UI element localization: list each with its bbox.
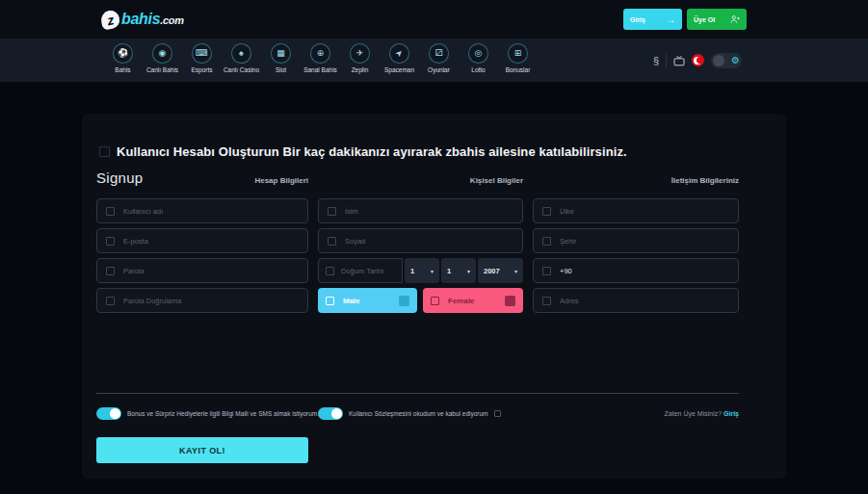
turkish-flag-icon[interactable] [692,54,704,66]
divider [666,54,667,67]
terms-consent-label: Kullanıcı Sözleşmesini okudum ve kabul e… [349,410,488,417]
zeppelin-icon: ✈ [350,43,370,64]
phone-field-wrap [533,258,739,283]
terms-consent: Kullanıcı Sözleşmesini okudum ve kabul e… [318,407,523,420]
chevron-down-icon: ▾ [431,268,434,274]
already-member-text: Zaten Üye Misiniz? Giriş [533,410,739,417]
location-icon [542,297,551,305]
login-button[interactable]: Giriş → [623,9,682,30]
gender-male-button[interactable]: Male [318,288,417,313]
submit-register-button[interactable]: KAYIT OL! [96,437,308,463]
tv-icon[interactable] [673,55,685,66]
female-badge-icon [505,296,515,306]
heading-checkbox-icon [99,146,110,157]
checkbox-icon [326,297,334,305]
section-header-personal: Kişisel Bilgiler [318,176,523,185]
marketing-consent: Bonus ve Sürpriz Hediyelerle ilgili Bilg… [96,407,308,420]
gear-icon: ⚙ [731,56,740,65]
lastname-field-wrap [318,228,523,253]
phone-icon [542,267,551,275]
password-input[interactable] [123,267,299,275]
firstname-field-wrap [318,198,523,223]
signup-form: Doğum Tarihi 1 ▾ 1 ▾ 2007 ▾ [96,198,739,313]
password-confirm-input[interactable] [123,297,299,305]
logo[interactable]: z bahis.com [101,11,184,29]
country-field-wrap [533,198,739,223]
lock-icon [106,297,115,305]
support-icon[interactable]: § [653,55,659,66]
section-header-account: Hesap Bilgileri [254,176,308,185]
birthdate-label: Doğum Tarihi [341,267,383,275]
main-navigation: ⚽ Bahis ◉ Canlı Bahis ⌨ Esports ♠ Canlı … [0,39,868,82]
firstname-input[interactable] [345,207,513,216]
nav-item-bonuslar[interactable]: ⊞ Bonuslar [498,41,538,79]
gender-female-button[interactable]: Female [423,288,523,313]
chevron-down-icon: ▾ [467,268,470,274]
email-input[interactable] [123,237,299,246]
logo-z-icon: z [99,9,121,31]
games-dice-icon: ⚂ [429,43,449,64]
bonus-gift-icon: ⊞ [508,43,528,64]
calendar-icon [326,267,334,275]
marketing-consent-label: Bonus ve Sürpriz Hediyelerle ilgili Bilg… [127,410,319,417]
nav-item-zeplin[interactable]: ✈ Zeplin [340,41,380,79]
arrow-right-icon: → [666,14,675,25]
live-betting-icon: ◉ [152,43,172,64]
lock-icon [106,267,115,275]
marketing-toggle[interactable] [96,407,121,420]
nav-item-sanal-bahis[interactable]: ⊕ Sanal Bahis [301,41,340,79]
soccer-ball-icon: ⚽ [113,43,133,64]
city-field-wrap [533,228,739,253]
theme-settings-toggle[interactable]: ⚙ [711,53,742,68]
phone-input[interactable] [560,267,729,275]
nav-item-canli-bahis[interactable]: ◉ Canlı Bahis [143,41,182,79]
terms-doc-icon[interactable] [494,410,501,417]
lotto-ball-icon: ◎ [468,43,488,64]
terms-toggle[interactable] [318,407,343,420]
city-input[interactable] [560,237,729,246]
spaceman-rocket-icon: ➤ [389,43,409,64]
nav-item-lotto[interactable]: ◎ Lotto [459,41,498,79]
birth-year-select[interactable]: 2007 ▾ [478,258,523,283]
nav-item-slot[interactable]: ▦ Slot [261,41,301,79]
slot-machine-icon: ▦ [271,43,291,64]
address-input[interactable] [560,297,729,305]
toggle-knob [713,55,724,66]
country-input[interactable] [560,207,729,216]
logo-text: bahis.com [121,11,184,28]
user-icon [328,237,336,246]
password-field-wrap [96,258,308,283]
birth-month-select[interactable]: 1 ▾ [441,258,476,283]
signup-heading: Kullanıcı Hesabı Oluşturun Bir kaç dakik… [117,144,627,159]
gender-row: Male Female [318,288,523,313]
nav-item-canli-casino[interactable]: ♠ Canlı Casino [222,41,261,79]
password-confirm-field-wrap [96,288,308,313]
chevron-down-icon: ▾ [514,268,517,274]
add-user-icon [730,14,740,24]
address-field-wrap [533,288,739,313]
nav-item-spaceman[interactable]: ➤ Spaceman [380,41,419,79]
user-icon [328,207,336,216]
city-icon [542,237,551,246]
birthdate-row: Doğum Tarihi 1 ▾ 1 ▾ 2007 ▾ [318,258,523,283]
virtual-sports-icon: ⊕ [310,43,330,64]
username-field-wrap [96,198,308,223]
username-input[interactable] [123,207,299,216]
mail-icon [106,237,115,246]
birth-day-select[interactable]: 1 ▾ [405,258,439,283]
top-bar: z bahis.com Giriş → Üye Ol [0,0,868,39]
nav-item-esports[interactable]: ⌨ Esports [182,41,222,79]
nav-item-bahis[interactable]: ⚽ Bahis [103,41,143,79]
lastname-input[interactable] [345,237,513,246]
checkbox-icon [431,297,439,305]
globe-icon [542,207,551,216]
signup-panel: Kullanıcı Hesabı Oluşturun Bir kaç dakik… [82,114,786,479]
nav-item-oyunlar[interactable]: ⚂ Oyunlar [419,41,459,79]
login-link[interactable]: Giriş [723,410,739,417]
esports-icon: ⌨ [192,43,212,64]
divider [96,393,739,394]
user-icon [106,207,115,216]
register-button[interactable]: Üye Ol [687,9,747,30]
male-badge-icon [399,296,409,306]
live-casino-icon: ♠ [231,43,251,64]
